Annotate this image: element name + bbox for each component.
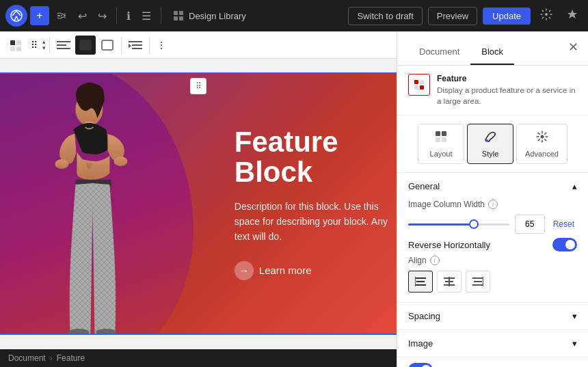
svg-rect-9 xyxy=(57,41,70,42)
wp-logo xyxy=(5,5,27,27)
svg-rect-14 xyxy=(102,40,113,50)
align-left-button[interactable] xyxy=(53,36,74,54)
tab-document[interactable]: Document xyxy=(408,40,470,65)
image-section-header[interactable]: Image ▾ xyxy=(397,330,588,357)
block-style-outline-button[interactable] xyxy=(97,36,118,55)
align-info-icon[interactable]: i xyxy=(430,256,440,265)
panel-header: Document Block ✕ xyxy=(397,31,588,66)
cta-circle-icon: → xyxy=(235,261,254,280)
style-tab-advanced[interactable]: Advanced xyxy=(516,124,567,164)
design-library[interactable]: Design Library xyxy=(167,7,252,25)
update-button[interactable]: Update xyxy=(483,8,531,25)
editor-area: ⠿ ▴ ▾ ⋮ ⠿ xyxy=(0,31,397,367)
image-column-width-control: 65 Reset xyxy=(408,215,577,234)
svg-rect-7 xyxy=(10,46,15,51)
canvas-area: ⠿ xyxy=(0,59,397,349)
reverse-horizontally-toggle[interactable] xyxy=(552,238,577,252)
style-tab-advanced-label: Advanced xyxy=(525,150,559,158)
editor-layout: ⠿ ▴ ▾ ⋮ ⠿ xyxy=(0,31,588,367)
toolbar-sep2 xyxy=(121,37,122,53)
title-toggle-row[interactable]: Title ▾ xyxy=(397,357,588,367)
top-bar: + ↩ ↪ ℹ ☰ Design Library Switch to draft… xyxy=(0,0,588,31)
svg-rect-6 xyxy=(16,40,21,45)
feature-person-image xyxy=(0,74,221,334)
indent-button[interactable] xyxy=(125,36,146,54)
general-label: General xyxy=(408,181,440,191)
block-style-solid-button[interactable] xyxy=(75,36,96,55)
svg-rect-1 xyxy=(57,15,60,16)
tools-button[interactable] xyxy=(52,6,71,25)
reset-button[interactable]: Reset xyxy=(550,218,577,230)
list-view-button[interactable]: ☰ xyxy=(137,5,155,27)
general-section-header[interactable]: General ▴ xyxy=(397,173,588,200)
more-options-button[interactable]: ⋮ xyxy=(153,36,170,54)
drag-handle[interactable]: ⠿ xyxy=(190,78,206,94)
design-library-label: Design Library xyxy=(189,11,246,21)
image-label: Image xyxy=(408,338,433,349)
slider-track xyxy=(408,223,509,226)
image-column-width-slider[interactable] xyxy=(408,217,509,231)
svg-rect-44 xyxy=(472,284,483,286)
slider-fill xyxy=(408,223,474,226)
svg-rect-15 xyxy=(129,41,142,42)
reverse-horizontally-label: Reverse Horizontally xyxy=(408,240,490,250)
info-button[interactable]: ℹ xyxy=(122,5,135,27)
title-toggle[interactable] xyxy=(408,363,433,367)
preview-button[interactable]: Preview xyxy=(428,7,477,25)
feature-description[interactable]: Description for this block. Use this spa… xyxy=(235,199,397,245)
style-icon xyxy=(483,130,497,147)
slider-thumb[interactable] xyxy=(469,219,479,229)
breadcrumb-parent[interactable]: Document xyxy=(8,353,46,363)
move-up-down[interactable]: ▴ ▾ xyxy=(42,39,46,51)
block-toolbar: ⠿ ▴ ▾ ⋮ xyxy=(0,31,397,59)
feature-content-side: Feature Block Description for this block… xyxy=(221,74,397,334)
svg-rect-30 xyxy=(436,137,440,142)
svg-rect-11 xyxy=(57,48,70,49)
general-section: General ▴ Image Column Width i xyxy=(397,173,588,303)
style-tab-style[interactable]: Style xyxy=(467,124,513,164)
align-center-button[interactable] xyxy=(437,271,462,293)
redo-button[interactable]: ↪ xyxy=(94,5,111,27)
feature-block-canvas[interactable]: ⠿ xyxy=(0,72,397,335)
spacing-section: Spacing ▾ xyxy=(397,303,588,330)
spacing-section-header[interactable]: Spacing ▾ xyxy=(397,303,588,329)
align-control: Align i xyxy=(408,256,577,293)
move-button[interactable]: ⠿ xyxy=(27,36,41,54)
svg-rect-43 xyxy=(474,281,482,282)
right-panel: Document Block ✕ Feature Display a produ… xyxy=(397,31,588,367)
separator2 xyxy=(161,8,161,24)
plugin-button[interactable] xyxy=(562,4,583,27)
svg-rect-28 xyxy=(436,131,440,136)
tab-block[interactable]: Block xyxy=(470,40,514,65)
align-right-button[interactable] xyxy=(466,271,490,293)
svg-point-32 xyxy=(485,139,488,142)
breadcrumb-current: Feature xyxy=(57,353,85,363)
add-block-button[interactable]: + xyxy=(30,6,49,25)
settings-button[interactable] xyxy=(536,4,557,27)
svg-rect-35 xyxy=(416,281,425,282)
spacing-label: Spacing xyxy=(408,311,440,321)
image-column-width-info-icon[interactable]: i xyxy=(488,200,498,209)
image-column-width-input[interactable]: 65 xyxy=(515,215,545,234)
toolbar-sep3 xyxy=(149,37,150,53)
panel-close-button[interactable]: ✕ xyxy=(567,40,580,55)
switch-to-draft-button[interactable]: Switch to draft xyxy=(348,7,422,25)
svg-rect-2 xyxy=(61,15,62,16)
feature-block-info-text: Feature Display a product feature or a s… xyxy=(437,74,577,107)
align-buttons xyxy=(408,271,577,293)
breadcrumb-separator: › xyxy=(50,353,53,363)
toolbar-sep1 xyxy=(49,37,50,53)
svg-rect-13 xyxy=(80,40,91,50)
block-selector-button[interactable] xyxy=(5,35,26,55)
undo-button[interactable]: ↩ xyxy=(74,5,91,27)
svg-rect-3 xyxy=(64,15,66,16)
general-chevron-up-icon: ▴ xyxy=(572,181,577,191)
style-tab-layout[interactable]: Layout xyxy=(418,124,464,164)
svg-rect-16 xyxy=(132,44,142,46)
separator xyxy=(116,8,117,24)
svg-rect-29 xyxy=(442,131,446,136)
feature-title[interactable]: Feature Block xyxy=(235,127,397,187)
feature-image-side xyxy=(0,74,221,334)
align-left-button[interactable] xyxy=(408,271,433,293)
feature-cta[interactable]: → Learn more xyxy=(235,261,397,280)
